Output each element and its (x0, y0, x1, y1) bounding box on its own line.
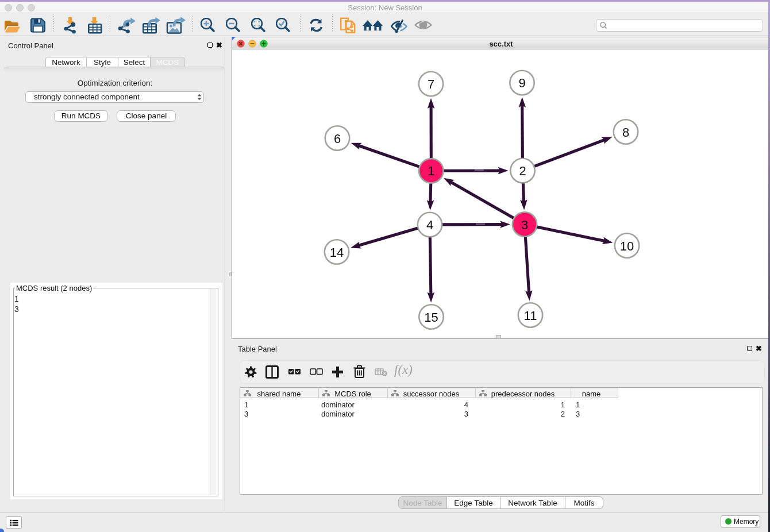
svg-text:9: 9 (518, 76, 525, 90)
svg-text:7: 7 (428, 77, 434, 91)
svg-text:11: 11 (524, 309, 537, 323)
svg-text:8: 8 (622, 125, 629, 140)
svg-text:14: 14 (330, 245, 344, 260)
svg-text:4: 4 (426, 218, 433, 232)
svg-text:2: 2 (519, 164, 526, 178)
svg-text:15: 15 (424, 310, 438, 325)
svg-text:6: 6 (334, 132, 341, 146)
svg-text:10: 10 (620, 239, 634, 253)
svg-text:1: 1 (428, 164, 434, 178)
svg-text:3: 3 (521, 218, 528, 232)
